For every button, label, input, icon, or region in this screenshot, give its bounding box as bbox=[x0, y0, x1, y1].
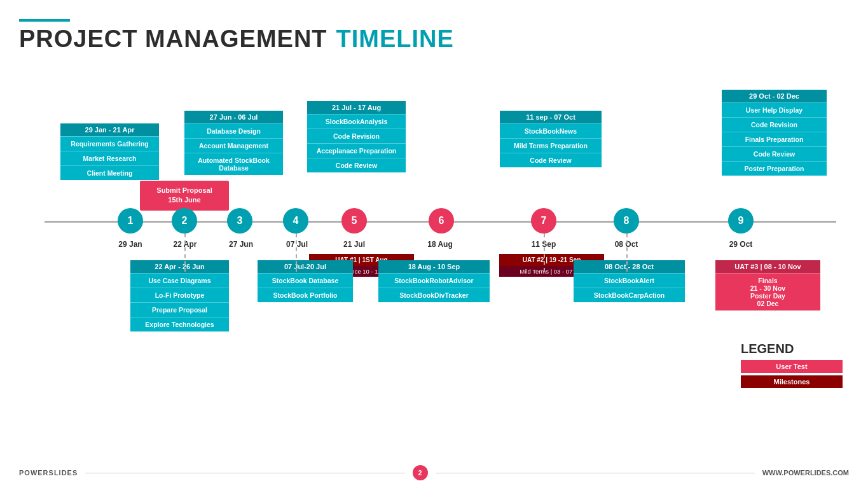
card-item: Client Meeting bbox=[60, 165, 159, 180]
card-above-1: 29 Jan - 21 Apr Requirements Gathering M… bbox=[60, 123, 159, 180]
card-item: Code Review bbox=[722, 146, 827, 161]
milestone-1: 1 bbox=[118, 208, 143, 234]
footer-brand: POWERSLIDES bbox=[19, 469, 78, 477]
card-below-1: 22 Apr - 26 Jun Use Case Diagrams Lo-Fi … bbox=[130, 260, 229, 331]
card-item: SlockBookAnalysis bbox=[307, 114, 406, 129]
dashed-line-4 bbox=[296, 234, 297, 272]
card-header: 18 Aug - 10 Sep bbox=[378, 260, 490, 273]
card-item: StockBookAlert bbox=[574, 273, 685, 288]
milestone-number: 5 bbox=[352, 215, 357, 227]
slide: PROJECT MANAGEMENT TIMELINE 29 Jan - 21 … bbox=[0, 0, 868, 488]
card-item: StockBookNews bbox=[500, 123, 602, 138]
footer-url: WWW.POWERLIDES.COM bbox=[762, 469, 849, 477]
milestone-number: 8 bbox=[624, 215, 630, 227]
milestone-number: 3 bbox=[237, 215, 243, 227]
card-header: 29 Jan - 21 Apr bbox=[60, 123, 159, 136]
card-item: Poster Preparation bbox=[722, 161, 827, 176]
milestone-number: 6 bbox=[439, 215, 444, 227]
milestone-label-5: 21 Jul bbox=[332, 240, 376, 249]
footer-line-left bbox=[85, 473, 404, 473]
card-header: 22 Apr - 26 Jun bbox=[130, 260, 229, 273]
card-below-4: 08 Oct - 28 Oct StockBookAlert StockBook… bbox=[574, 260, 685, 302]
milestone-number: 2 bbox=[182, 215, 188, 227]
title-main: PROJECT MANAGEMENT bbox=[19, 25, 327, 53]
timeline-area: 29 Jan - 21 Apr Requirements Gathering M… bbox=[19, 63, 849, 432]
footer-page: 2 bbox=[413, 465, 428, 480]
milestone-label-1: 29 Jan bbox=[108, 240, 153, 249]
milestone-label-6: 18 Aug bbox=[418, 240, 462, 249]
title-accent: TIMELINE bbox=[336, 25, 454, 53]
milestone-4: 4 bbox=[283, 208, 308, 234]
legend-title: LEGEND bbox=[741, 342, 843, 356]
card-header: 27 Jun - 06 Jul bbox=[184, 111, 283, 123]
card-header: 21 Jul - 17 Aug bbox=[307, 101, 406, 114]
card-item: Finals21 - 30 NovPoster Day02 Dec bbox=[715, 273, 820, 310]
dashed-line-2 bbox=[184, 234, 186, 272]
card-header: 08 Oct - 28 Oct bbox=[574, 260, 685, 273]
card-item: Automated StockBook Database bbox=[184, 153, 283, 175]
card-item: StockBookCarpAction bbox=[574, 288, 685, 302]
card-item: Code Review bbox=[307, 158, 406, 172]
milestone-number: 4 bbox=[293, 215, 299, 227]
card-item: Code Revision bbox=[722, 117, 827, 132]
card-item: Mild Terms Preparation bbox=[500, 138, 602, 153]
card-header: 11 sep - 07 Oct bbox=[500, 111, 602, 123]
dashed-line-8 bbox=[626, 234, 628, 272]
milestone-label-9: 29 Oct bbox=[719, 240, 763, 249]
legend-box: LEGEND User Test Milestones bbox=[741, 337, 843, 388]
dashed-line-7 bbox=[544, 234, 545, 272]
card-item: Account Management bbox=[184, 138, 283, 153]
milestone-7: 7 bbox=[531, 208, 556, 234]
card-item: StockBook Database bbox=[258, 273, 353, 288]
card-below-5: UAT #3 | 08 - 10 Nov Finals21 - 30 NovPo… bbox=[715, 260, 820, 310]
milestone-number: 7 bbox=[541, 215, 547, 227]
legend-milestones: Milestones bbox=[741, 375, 843, 388]
milestone-6: 6 bbox=[429, 208, 454, 234]
milestone-label-3: 27 Jun bbox=[219, 240, 263, 249]
milestone-number: 1 bbox=[128, 215, 134, 227]
milestone-3: 3 bbox=[227, 208, 252, 234]
milestone-2: 2 bbox=[172, 208, 197, 234]
submit-proposal-box: Submit Proposal15th June bbox=[140, 181, 229, 211]
milestone-label-4: 07 Jul bbox=[275, 240, 319, 249]
card-above-3: 21 Jul - 17 Aug SlockBookAnalysis Code R… bbox=[307, 101, 406, 172]
card-below-2: 07 Jul-20 Jul StockBook Database StockBo… bbox=[258, 260, 353, 302]
card-above-5: 29 Oct - 02 Dec User Help Display Code R… bbox=[722, 90, 827, 176]
milestone-9: 9 bbox=[728, 208, 754, 234]
card-item: Lo-Fi Prototype bbox=[130, 288, 229, 302]
footer: POWERSLIDES 2 WWW.POWERLIDES.COM bbox=[19, 465, 849, 480]
card-item: StockBook Portfolio bbox=[258, 288, 353, 302]
milestone-8: 8 bbox=[614, 208, 639, 234]
card-item: Code Review bbox=[500, 153, 602, 167]
card-item: Explore Technologies bbox=[130, 317, 229, 331]
title-block: PROJECT MANAGEMENT TIMELINE bbox=[19, 25, 849, 53]
card-item: Code Revision bbox=[307, 129, 406, 143]
card-item: Market Research bbox=[60, 151, 159, 165]
card-item: User Help Display bbox=[722, 102, 827, 117]
milestone-number: 9 bbox=[738, 215, 744, 227]
card-item: Use Case Diagrams bbox=[130, 273, 229, 288]
card-item: StockBookDivTracker bbox=[378, 288, 490, 302]
card-item: Database Design bbox=[184, 123, 283, 138]
card-item: Acceplanace Preparation bbox=[307, 143, 406, 158]
card-item: Requirements Gathering bbox=[60, 136, 159, 151]
top-accent-line bbox=[19, 19, 70, 22]
card-header: 29 Oct - 02 Dec bbox=[722, 90, 827, 102]
card-header: UAT #3 | 08 - 10 Nov bbox=[715, 260, 820, 273]
card-item: Finals Preparation bbox=[722, 132, 827, 146]
card-header: 07 Jul-20 Jul bbox=[258, 260, 353, 273]
card-above-4: 11 sep - 07 Oct StockBookNews Mild Terms… bbox=[500, 111, 602, 167]
footer-line-right bbox=[436, 473, 755, 473]
card-below-3: 18 Aug - 10 Sep StockBookRobotAdvisor St… bbox=[378, 260, 490, 302]
milestone-5: 5 bbox=[341, 208, 367, 234]
card-item: StockBookRobotAdvisor bbox=[378, 273, 490, 288]
card-item: Prepare Proposal bbox=[130, 302, 229, 317]
card-above-2: 27 Jun - 06 Jul Database Design Account … bbox=[184, 111, 283, 175]
legend-user-test: User Test bbox=[741, 360, 843, 373]
